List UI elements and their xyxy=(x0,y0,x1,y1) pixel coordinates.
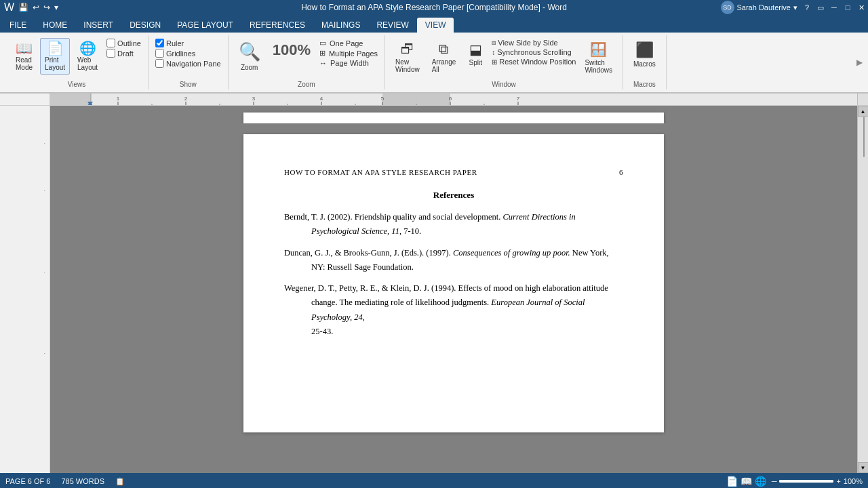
print-layout-button[interactable]: 📄 PrintLayout xyxy=(40,38,70,75)
scroll-down-button[interactable]: ▼ xyxy=(858,462,869,473)
svg-text:2: 2 xyxy=(184,96,188,102)
status-bar: PAGE 6 OF 6 785 WORDS 📋 📄 📖 🌐 ─ + 100% xyxy=(0,473,868,488)
navigation-pane-checkbox[interactable]: Navigation Pane xyxy=(154,58,222,68)
reference-berndt: Berndt, T. J. (2002). Friendship quality… xyxy=(284,210,623,239)
gridlines-check[interactable] xyxy=(155,49,164,58)
margin-marker-1: · xyxy=(43,140,45,146)
show-checkboxes: Ruler Gridlines Navigation Pane xyxy=(154,38,222,87)
wegener-continuation2: 25-43. xyxy=(311,325,623,339)
ribbon-scroll-right[interactable]: ▶ xyxy=(856,35,863,89)
svg-text:6: 6 xyxy=(449,96,452,102)
zoom-page-options: ▭ One Page ⊞ Multiple Pages ↔ Page Width xyxy=(318,38,379,68)
macros-button[interactable]: ⬛ Macros xyxy=(629,38,660,71)
reset-position-option[interactable]: ⊞ Reset Window Position xyxy=(490,57,577,66)
split-button[interactable]: ⬓ Split xyxy=(463,38,488,70)
zoom-button[interactable]: 🔍 Zoom xyxy=(234,38,265,75)
tab-insert[interactable]: INSERT xyxy=(75,18,121,33)
help-button[interactable]: ? xyxy=(800,0,814,15)
switch-windows-button[interactable]: 🪟 SwitchWindows xyxy=(580,38,617,77)
username: Sarah Dauterive xyxy=(737,3,791,12)
zoom-percent-status[interactable]: 100% xyxy=(844,477,863,485)
svg-rect-2 xyxy=(382,94,450,105)
ruler-check[interactable] xyxy=(155,39,164,47)
web-layout-status-button[interactable]: 🌐 xyxy=(755,476,766,487)
zoom-control[interactable]: ─ + 100% xyxy=(772,477,863,485)
side-by-side-option[interactable]: ⧈ View Side by Side xyxy=(490,38,577,47)
scroll-up-button[interactable]: ▲ xyxy=(858,106,869,117)
multiple-pages-option[interactable]: ⊞ Multiple Pages xyxy=(318,48,379,58)
user-dropdown-icon[interactable]: ▾ xyxy=(793,3,797,12)
one-page-option[interactable]: ▭ One Page xyxy=(318,38,379,48)
ribbon-content-view: 📖 ReadMode 📄 PrintLayout 🌐 WebLayout Out… xyxy=(0,33,868,93)
horizontal-ruler: 1 2 3 4 5 6 7 xyxy=(50,94,857,105)
undo-button[interactable]: ↩ xyxy=(31,1,41,14)
tab-home[interactable]: HOME xyxy=(35,18,75,33)
outline-checkbox[interactable]: Outline xyxy=(105,38,142,48)
read-mode-button[interactable]: 📖 ReadMode xyxy=(11,38,37,75)
web-layout-button[interactable]: 🌐 WebLayout xyxy=(73,38,102,75)
restore-button[interactable]: □ xyxy=(841,0,854,15)
status-left: PAGE 6 OF 6 785 WORDS 📋 xyxy=(5,477,125,486)
macros-group-label: Macros xyxy=(623,81,666,88)
tab-page-layout[interactable]: PAGE LAYOUT xyxy=(169,18,241,33)
tab-references[interactable]: REFERENCES xyxy=(241,18,313,33)
draft-checkbox[interactable]: Draft xyxy=(105,48,142,58)
ribbon-toggle-button[interactable]: ▭ xyxy=(814,0,827,15)
print-layout-status-button[interactable]: 📄 xyxy=(726,476,738,487)
svg-text:5: 5 xyxy=(381,96,384,102)
read-mode-status-button[interactable]: 📖 xyxy=(741,476,752,487)
zoom-buttons: 🔍 Zoom 100% ▭ One Page ⊞ Multiple Pages … xyxy=(234,38,379,87)
redo-button[interactable]: ↪ xyxy=(42,1,52,14)
word-icon: W xyxy=(3,0,16,15)
margin-marker-2: · xyxy=(43,187,45,194)
minimize-button[interactable]: ─ xyxy=(827,0,841,15)
macros-buttons: ⬛ Macros xyxy=(629,38,660,87)
zoom-percent-button[interactable]: 100% xyxy=(268,38,315,64)
zoom-plus-button[interactable]: + xyxy=(836,477,840,485)
print-layout-icon: 📄 xyxy=(47,41,64,55)
switch-windows-icon: 🪟 xyxy=(590,41,607,58)
scroll-thumb[interactable] xyxy=(863,117,865,157)
svg-rect-1 xyxy=(50,94,91,105)
document-scroll-area[interactable]: HOW TO FORMAT AN APA STYLE RESEARCH PAPE… xyxy=(50,106,857,473)
split-label: Split xyxy=(469,59,482,66)
ribbon-tab-bar: FILE HOME INSERT DESIGN PAGE LAYOUT REFE… xyxy=(0,15,868,33)
arrange-all-button[interactable]: ⧉ ArrangeAll xyxy=(427,38,461,77)
outline-check[interactable] xyxy=(106,39,115,47)
zoom-slider[interactable] xyxy=(779,480,833,483)
new-window-button[interactable]: 🗗 NewWindow xyxy=(391,38,425,77)
nav-pane-check[interactable] xyxy=(155,59,164,68)
page-header: HOW TO FORMAT AN APA STYLE RESEARCH PAPE… xyxy=(284,168,623,176)
customize-qat-button[interactable]: ▾ xyxy=(53,1,60,14)
track-changes-icon[interactable]: 📋 xyxy=(115,477,125,486)
window-options: ⧈ View Side by Side ↕ Synchronous Scroll… xyxy=(490,38,577,66)
save-button[interactable]: 💾 xyxy=(17,1,30,14)
view-mode-icons: 📄 📖 🌐 xyxy=(726,476,766,487)
print-layout-label: PrintLayout xyxy=(45,56,65,71)
vertical-scrollbar[interactable]: ▲ ▼ xyxy=(857,106,868,473)
tab-review[interactable]: REVIEW xyxy=(368,18,416,33)
ruler-corner xyxy=(0,94,50,105)
window-buttons: 🗗 NewWindow ⧉ ArrangeAll ⬓ Split ⧈ View … xyxy=(391,38,617,87)
zoom-minus-button[interactable]: ─ xyxy=(772,477,777,485)
ruler-area: 1 2 3 4 5 6 7 xyxy=(0,94,868,106)
tab-view[interactable]: VIEW xyxy=(417,18,454,33)
new-window-label: NewWindow xyxy=(395,58,420,73)
arrange-all-label: ArrangeAll xyxy=(432,58,456,73)
page-width-option[interactable]: ↔ Page Width xyxy=(318,58,379,68)
zoom-icon: 🔍 xyxy=(239,41,260,62)
gridlines-checkbox[interactable]: Gridlines xyxy=(154,48,222,58)
draft-check[interactable] xyxy=(106,49,115,58)
ruler-checkbox[interactable]: Ruler xyxy=(154,38,222,48)
wegener-continuation1: change. The mediating role of likelihood… xyxy=(311,296,623,325)
svg-text:1: 1 xyxy=(117,96,120,102)
sync-scrolling-option[interactable]: ↕ Synchronous Scrolling xyxy=(490,47,577,57)
web-layout-icon: 🌐 xyxy=(79,41,96,55)
tab-mailings[interactable]: MAILINGS xyxy=(313,18,368,33)
web-layout-label: WebLayout xyxy=(77,56,98,71)
tab-file[interactable]: FILE xyxy=(1,18,35,33)
page-info: PAGE 6 OF 6 xyxy=(5,477,50,485)
word-count: 785 WORDS xyxy=(61,477,104,485)
tab-design[interactable]: DESIGN xyxy=(121,18,169,33)
close-button[interactable]: ✕ xyxy=(854,0,868,15)
